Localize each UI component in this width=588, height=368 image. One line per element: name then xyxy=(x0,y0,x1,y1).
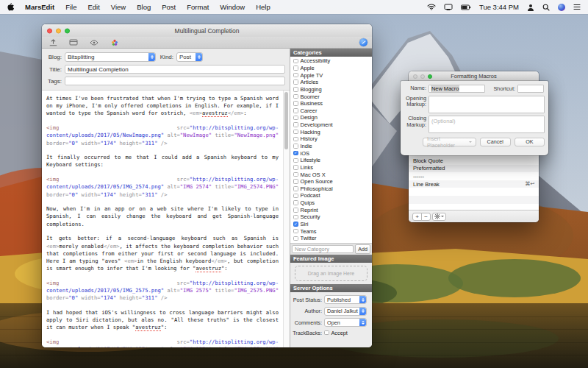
macros-titlebar[interactable]: Formatting Macros xyxy=(409,71,539,81)
macro-label: Block Quote xyxy=(413,158,443,164)
category-checkbox[interactable] xyxy=(293,79,298,85)
categories-list[interactable]: AccessibilityAppleApple TVArticlesBloggi… xyxy=(290,57,372,243)
menu-item-help[interactable]: Help xyxy=(256,3,270,11)
view-blog-button[interactable] xyxy=(359,38,368,46)
macro-shortcut-input[interactable] xyxy=(517,85,544,93)
macro-list-item[interactable]: Block Quote xyxy=(409,157,539,165)
category-checkbox[interactable] xyxy=(293,87,298,92)
siri-icon[interactable] xyxy=(558,4,565,11)
insert-placeholder-button[interactable]: Insert Placeholder xyxy=(423,138,476,146)
category-checkbox[interactable] xyxy=(293,194,298,199)
menu-app-name[interactable]: MarsEdit xyxy=(25,3,54,11)
category-checkbox[interactable] xyxy=(293,116,298,121)
document-window: Multilingual Completion xyxy=(42,24,372,347)
close-button[interactable] xyxy=(47,28,52,33)
featured-image-header: Featured Image xyxy=(290,255,372,263)
editor-paragraph[interactable]: Now, when I'm in an app or on a web site… xyxy=(46,205,279,228)
trackbacks-checkbox[interactable] xyxy=(324,330,329,336)
cancel-button[interactable]: Cancel xyxy=(480,138,511,146)
zoom-button[interactable] xyxy=(428,74,432,79)
editor-paragraph[interactable]: It gets better: if a second-language key… xyxy=(46,235,279,272)
category-checkbox[interactable] xyxy=(293,144,298,149)
server-option-popup[interactable]: Daniel Jalkut xyxy=(324,307,367,316)
category-checkbox[interactable] xyxy=(293,186,298,191)
ok-button[interactable]: OK xyxy=(514,138,545,146)
category-checkbox[interactable] xyxy=(293,200,298,205)
editor-content[interactable]: At times I've been frustrated that when … xyxy=(42,91,283,347)
new-category-input[interactable]: New Category xyxy=(292,245,354,253)
menu-item-file[interactable]: File xyxy=(65,3,76,11)
menu-item-blog[interactable]: Blog xyxy=(137,3,151,11)
editor-paragraph[interactable]: <img src="http://bitsplitting.org/wp-con… xyxy=(46,124,279,147)
server-option-popup[interactable]: Open xyxy=(324,318,367,327)
panel-toggle-button[interactable] xyxy=(67,38,80,46)
editor-paragraph[interactable]: It finally occurred to me that I could a… xyxy=(46,154,279,169)
category-checkbox[interactable] xyxy=(293,137,298,142)
tags-input[interactable] xyxy=(65,77,285,85)
minimize-button[interactable] xyxy=(56,28,61,33)
category-checkbox[interactable] xyxy=(293,215,298,220)
category-checkbox[interactable] xyxy=(293,172,298,177)
minimize-button[interactable] xyxy=(420,74,425,79)
menu-item-window[interactable]: Window xyxy=(220,3,245,11)
category-checkbox[interactable] xyxy=(293,94,298,99)
wifi-icon[interactable] xyxy=(427,4,436,10)
close-button[interactable] xyxy=(413,74,417,79)
category-checkbox[interactable] xyxy=(293,59,298,64)
macro-actions-button[interactable] xyxy=(432,213,446,221)
notification-center-icon[interactable] xyxy=(573,4,581,10)
colors-button[interactable] xyxy=(108,38,121,46)
kind-popup[interactable]: Post xyxy=(176,52,203,62)
macro-list-item[interactable]: ------ xyxy=(409,172,539,180)
zoom-button[interactable] xyxy=(65,28,70,33)
category-checkbox[interactable] xyxy=(293,158,298,163)
server-option-label: Post Status: xyxy=(290,297,322,303)
category-checkbox[interactable] xyxy=(293,179,298,184)
editor-paragraph[interactable]: <img src="http://bitsplitting.org/wp-con… xyxy=(46,176,279,199)
editor-paragraph[interactable]: <img src="http://bitsplitting.org/wp-con… xyxy=(46,339,279,347)
apple-menu-icon[interactable] xyxy=(7,3,14,11)
title-input[interactable]: Multilingual Completion xyxy=(65,65,285,74)
editor-paragraph[interactable]: <img src="http://bitsplitting.org/wp-con… xyxy=(46,280,279,302)
editor-paragraph[interactable]: At times I've been frustrated that when … xyxy=(46,95,279,118)
category-checkbox[interactable]: ✓ xyxy=(293,222,298,227)
closing-markup-textarea[interactable]: (Optional) xyxy=(429,116,545,133)
editor-scrollbar[interactable] xyxy=(283,91,290,347)
category-checkbox[interactable] xyxy=(293,165,298,170)
editor-scrollbar-thumb[interactable] xyxy=(284,92,288,149)
category-checkbox[interactable] xyxy=(293,236,298,241)
blog-label: Blog: xyxy=(45,54,62,60)
category-checkbox[interactable]: ✓ xyxy=(293,151,298,156)
menu-item-edit[interactable]: Edit xyxy=(87,3,99,11)
category-row: Mac OS X xyxy=(290,171,372,178)
opening-markup-textarea[interactable] xyxy=(429,96,545,113)
macro-list-item[interactable]: Line Break⌘↩ xyxy=(409,180,539,188)
document-titlebar[interactable]: Multilingual Completion xyxy=(42,24,372,37)
editor-paragraph[interactable]: I had hoped that iOS's willingness to cr… xyxy=(46,309,279,332)
remove-macro-button[interactable]: − xyxy=(421,213,431,221)
spotlight-search-icon[interactable] xyxy=(542,4,550,11)
menu-clock[interactable]: Tue 3:44 PM xyxy=(479,3,519,11)
category-checkbox[interactable] xyxy=(293,108,298,113)
menu-item-format[interactable]: Format xyxy=(187,3,209,11)
category-checkbox[interactable] xyxy=(293,101,298,106)
menu-item-post[interactable]: Post xyxy=(162,3,176,11)
send-to-blog-button[interactable] xyxy=(46,38,60,46)
add-category-button[interactable]: Add xyxy=(355,244,370,254)
user-icon[interactable] xyxy=(527,4,534,11)
category-checkbox[interactable] xyxy=(293,229,298,234)
category-checkbox[interactable] xyxy=(293,208,298,213)
battery-icon[interactable] xyxy=(461,4,471,10)
macro-name-input[interactable]: New Macro xyxy=(429,85,485,93)
display-icon[interactable] xyxy=(444,4,453,10)
category-checkbox[interactable] xyxy=(293,73,298,78)
menu-item-view[interactable]: View xyxy=(111,3,126,11)
category-checkbox[interactable] xyxy=(293,130,298,135)
category-checkbox[interactable] xyxy=(293,122,298,127)
macro-list-item[interactable]: Preformatted xyxy=(409,165,539,173)
blog-popup[interactable]: Bitsplitting xyxy=(65,52,156,62)
preview-button[interactable] xyxy=(87,38,101,46)
category-checkbox[interactable] xyxy=(293,66,298,71)
server-option-popup[interactable]: Published xyxy=(324,295,367,304)
image-drop-zone[interactable]: Drag an Image Here xyxy=(295,266,368,281)
